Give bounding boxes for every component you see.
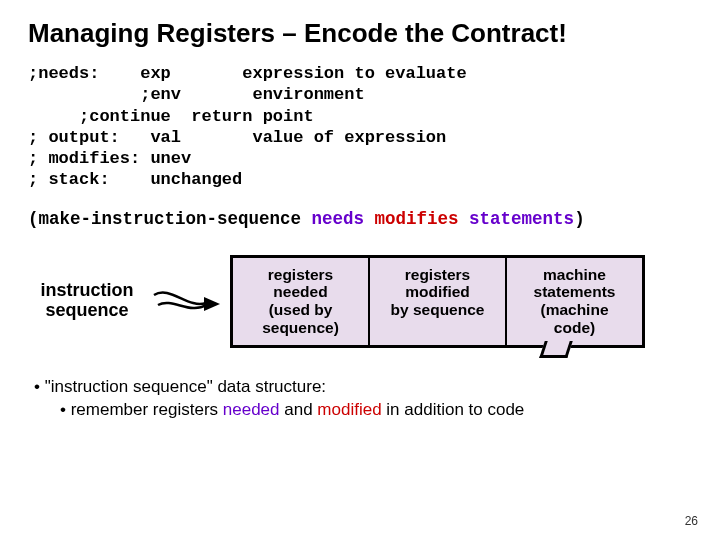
contract-line-5: ; modifies: unev <box>28 149 191 168</box>
box-machine-statements: machine statements (machine code) <box>507 258 642 345</box>
contract-line-6: ; stack: unchanged <box>28 170 242 189</box>
contract-line-2: ;env environment <box>28 85 365 104</box>
modified-word: modified <box>317 400 381 419</box>
sequence-boxes: registers needed (used by sequence) regi… <box>230 255 645 348</box>
make-needs: needs <box>312 209 365 229</box>
needed-word: needed <box>223 400 280 419</box>
bullet-1: "instruction sequence" data structure: <box>34 376 692 399</box>
page-number: 26 <box>685 514 698 528</box>
box-registers-needed: registers needed (used by sequence) <box>233 258 370 345</box>
make-statements: statements <box>469 209 574 229</box>
bullet-list: "instruction sequence" data structure: r… <box>34 376 692 422</box>
contract-code: ;needs: exp expression to evaluate ;env … <box>28 63 692 191</box>
diagram: instruction sequence registers needed (u… <box>32 255 692 348</box>
callout-tail-icon <box>539 341 573 358</box>
make-close: ) <box>574 209 585 229</box>
contract-line-3: ;continue return point <box>28 107 314 126</box>
bullet-2: remember registers needed and modified i… <box>60 399 692 422</box>
arrow-icon <box>150 283 222 319</box>
contract-line-4: ; output: val value of expression <box>28 128 446 147</box>
box-registers-modified: registers modified by sequence <box>370 258 507 345</box>
svg-marker-0 <box>204 297 220 311</box>
diagram-label: instruction sequence <box>32 281 142 321</box>
slide-title: Managing Registers – Encode the Contract… <box>28 18 692 49</box>
contract-line-1: ;needs: exp expression to evaluate <box>28 64 467 83</box>
make-open: (make-instruction-sequence <box>28 209 312 229</box>
make-instruction-sequence: (make-instruction-sequence needs modifie… <box>28 209 692 229</box>
make-modifies: modifies <box>375 209 459 229</box>
